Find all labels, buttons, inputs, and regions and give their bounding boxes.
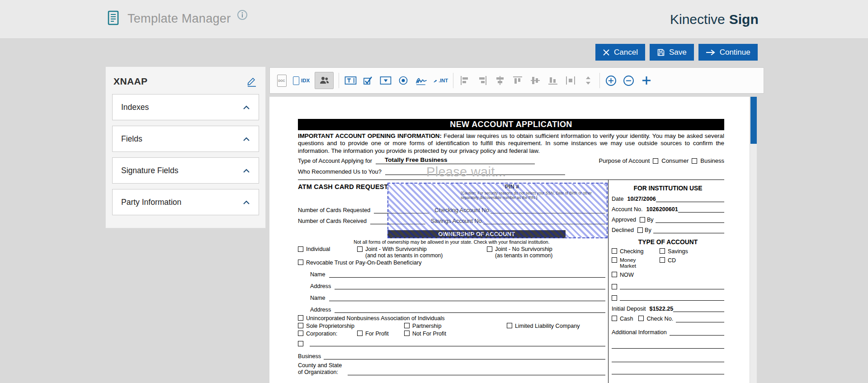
purpose-of-account-group: Purpose of Account Consumer Business — [599, 157, 724, 164]
accordion-signature-fields[interactable]: Signature Fields — [112, 157, 259, 184]
option-text: Joint - With Survivorship (and not as te… — [365, 246, 443, 259]
loading-text: Please wait... — [426, 165, 506, 180]
snap-center-button[interactable] — [640, 72, 653, 89]
doc-checkbox — [357, 246, 363, 252]
blank-line — [620, 294, 724, 301]
document-page: NEW ACCOUNT APPLICATION IMPORTANT ACCOUN… — [298, 119, 724, 383]
blank-line — [612, 336, 724, 349]
blank-line — [656, 216, 724, 223]
continue-button[interactable]: Continue — [698, 44, 758, 61]
accordion-fields[interactable]: Fields — [112, 126, 259, 152]
doc-checkbox — [640, 217, 645, 222]
align-center-horizontal-button[interactable] — [494, 72, 506, 89]
field-selection-region[interactable] — [387, 183, 608, 238]
index-tool-button[interactable]: IDX — [293, 72, 310, 89]
type-of-account-row: Type of Account Applying for Totally Fre… — [298, 156, 724, 164]
field-label: Consumer — [661, 157, 689, 164]
field-label: Address — [310, 307, 331, 313]
group-icon — [318, 75, 330, 86]
accordion-label: Indexes — [121, 103, 149, 112]
align-middle-button[interactable] — [529, 72, 542, 89]
radio-field-icon — [398, 75, 409, 86]
blank-line — [676, 316, 724, 322]
align-right-button[interactable] — [476, 72, 489, 89]
additional-information-row: Additional Information — [612, 329, 724, 336]
parties-tool-button[interactable] — [315, 72, 334, 89]
field-label: By — [647, 217, 654, 223]
doc-title-bar: NEW ACCOUNT APPLICATION — [298, 119, 724, 130]
radio-field-tool-button[interactable] — [397, 72, 410, 89]
size-spinner-button[interactable] — [582, 72, 594, 89]
dropdown-field-tool-button[interactable] — [379, 72, 392, 89]
align-top-button[interactable] — [511, 72, 524, 89]
align-bottom-button[interactable] — [547, 72, 559, 89]
zoom-in-icon — [605, 75, 617, 87]
option-not-for-profit: Not For Profit — [404, 331, 446, 337]
zoom-in-button[interactable] — [605, 72, 618, 89]
chevron-up-icon — [243, 169, 250, 173]
accordion-party-information[interactable]: Party Information — [112, 189, 259, 215]
blank-line — [612, 362, 724, 374]
field-label: Check No. — [646, 316, 673, 322]
index-page-icon — [293, 76, 299, 85]
corporation-row: Corporation: For Profit Not For Profit — [298, 331, 605, 337]
field-label: Money Market — [620, 257, 643, 269]
option-cd: CD — [660, 257, 676, 264]
date-row: Date 10/27/2006 — [612, 195, 724, 202]
accordion-label: Signature Fields — [121, 166, 178, 175]
initials-pen-icon — [433, 78, 438, 83]
doc-checkbox — [692, 158, 697, 164]
field-label: Account No. — [612, 206, 643, 213]
blank-line — [678, 206, 724, 213]
county-state-row: County and State of Organization: — [298, 362, 605, 375]
chevron-up-icon — [243, 200, 250, 204]
doc-checkbox — [660, 248, 665, 254]
field-label: Number of Cards Requested — [298, 207, 370, 213]
distribute-horizontal-button[interactable] — [564, 72, 577, 89]
vertical-scrollbar[interactable] — [750, 97, 757, 383]
option-unincorporated: Unincorporated Nonbusiness Association o… — [298, 315, 605, 322]
field-sublabel: (and not as tenants in common) — [365, 252, 443, 259]
brand-logo: KinectiveSign — [670, 12, 759, 27]
cancel-button[interactable]: Cancel — [595, 44, 645, 61]
cancel-label: Cancel — [614, 48, 638, 57]
save-button[interactable]: Save — [650, 44, 694, 61]
field-label: Individual — [306, 246, 330, 252]
continue-arrow-icon — [706, 49, 716, 56]
doc-checkbox — [357, 331, 363, 336]
checkbox-field-tool-button[interactable] — [362, 72, 374, 89]
page-title: Template Manager — [127, 12, 231, 26]
blank-line — [329, 294, 605, 301]
signature-field-tool-button[interactable] — [415, 72, 428, 89]
field-label: Name — [310, 295, 326, 301]
edit-template-button[interactable] — [245, 75, 259, 88]
ownership-note: Not all forms of ownership may be allowe… — [298, 239, 605, 245]
scrollbar-thumb[interactable] — [750, 97, 757, 144]
dropdown-field-icon — [380, 76, 392, 85]
field-value: 1026200601 — [646, 206, 678, 213]
document-tool-button[interactable]: DOC — [275, 72, 288, 89]
align-middle-icon — [530, 75, 541, 86]
blank-line — [335, 283, 605, 289]
zoom-out-button[interactable] — [623, 72, 635, 89]
text-field-tool-button[interactable] — [344, 72, 357, 89]
section-title: FOR INSTITUTION USE — [612, 185, 724, 192]
field-label: Partnership — [412, 323, 441, 329]
doc-checkbox — [487, 246, 492, 252]
doc-intro-bold: IMPORTANT ACCOUNT OPENING INFORMATION: — [298, 132, 442, 139]
name-row: Name — [310, 271, 605, 278]
checking-savings-row: Checking Savings — [612, 248, 724, 255]
accordion-indexes[interactable]: Indexes — [112, 94, 259, 120]
blank-line — [673, 305, 724, 312]
doc-checkbox — [298, 315, 303, 321]
info-icon[interactable] — [237, 9, 248, 20]
align-right-icon — [477, 75, 488, 86]
align-left-button[interactable] — [458, 72, 471, 89]
blank-option-row — [612, 294, 724, 301]
save-label: Save — [669, 48, 687, 57]
field-label: By — [645, 227, 651, 233]
align-bottom-icon — [547, 75, 558, 86]
initials-field-tool-button[interactable]: .INT — [433, 72, 448, 89]
continue-label: Continue — [720, 48, 750, 57]
field-label: CD — [668, 257, 676, 264]
